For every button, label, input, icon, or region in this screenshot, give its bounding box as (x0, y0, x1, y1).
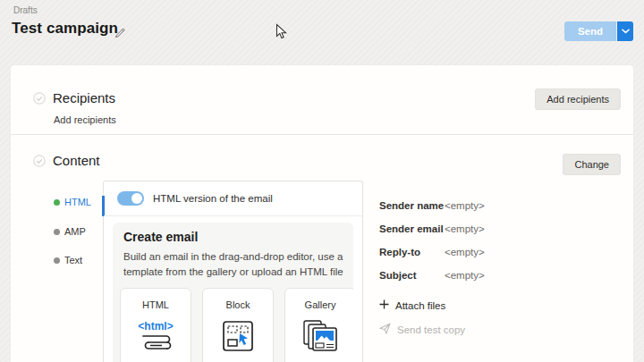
editor-card-block[interactable]: Block (202, 288, 274, 362)
tab-amp-status-dot-icon (54, 229, 60, 235)
add-recipients-button[interactable]: Add recipients (535, 88, 621, 110)
edit-title-pencil-icon[interactable] (114, 26, 126, 42)
editor-card-gallery-label: Gallery (285, 299, 353, 310)
create-email-description: Build an email in the drag-and-drop edit… (123, 249, 353, 279)
tab-html-label: HTML (64, 197, 91, 207)
field-row-reply-to: Reply-to <empty> (379, 240, 485, 264)
recipients-subtitle: Add recipients (54, 114, 116, 125)
tab-html[interactable]: HTML (54, 197, 91, 207)
field-row-sender-email: Sender email <empty> (379, 217, 485, 240)
subject-label: Subject (379, 270, 445, 281)
sender-email-label: Sender email (379, 223, 445, 234)
create-email-panel: Create email Build an email in the drag-… (113, 223, 353, 362)
html-version-toggle[interactable] (117, 191, 144, 206)
tab-html-status-dot-icon (54, 199, 60, 206)
create-email-heading: Create email (123, 230, 198, 244)
plus-icon (379, 299, 389, 311)
content-section-title: Content (53, 153, 100, 168)
campaign-setup-card: Recipients Add recipients Add recipients… (11, 65, 633, 362)
editor-type-cards: HTML <html> Block (120, 288, 353, 362)
block-builder-icon (203, 318, 273, 358)
svg-text:<html>: <html> (138, 320, 173, 333)
subject-value: <empty> (445, 270, 485, 281)
sender-email-value: <empty> (445, 223, 485, 234)
campaign-editor-page: Drafts Test campaign Send Recipients Add… (0, 0, 644, 362)
editor-card-html[interactable]: HTML <html> (120, 288, 191, 362)
field-row-subject: Subject <empty> (379, 264, 485, 287)
attach-files-label: Attach files (395, 300, 445, 311)
editor-card-html-label: HTML (121, 299, 191, 310)
attach-files-link[interactable]: Attach files (379, 299, 445, 311)
recipients-check-circle-icon (33, 92, 46, 108)
send-test-copy-label: Send test copy (397, 324, 465, 335)
paper-plane-icon (379, 323, 391, 336)
tab-text-status-dot-icon (54, 257, 60, 264)
template-gallery-icon (285, 318, 353, 358)
send-options-chevron-down-icon[interactable] (617, 21, 633, 41)
html-version-panel: HTML version of the email Create email B… (103, 181, 363, 362)
send-split-button: Send (564, 21, 633, 41)
html-scroll-icon: <html> (121, 318, 191, 359)
section-divider (11, 134, 633, 135)
sender-name-value: <empty> (445, 200, 485, 211)
tab-text-label: Text (64, 255, 82, 265)
content-check-circle-icon (33, 155, 46, 171)
page-title: Test campaign (12, 20, 118, 38)
sender-name-label: Sender name (379, 200, 445, 211)
breadcrumb[interactable]: Drafts (13, 5, 38, 15)
tab-text[interactable]: Text (54, 255, 82, 265)
recipients-section-title: Recipients (53, 90, 115, 105)
reply-to-value: <empty> (445, 247, 485, 257)
sender-summary-fields: Sender name <empty> Sender email <empty>… (379, 194, 485, 287)
reply-to-label: Reply-to (379, 247, 445, 257)
send-button[interactable]: Send (564, 21, 616, 41)
mouse-cursor-icon (275, 23, 287, 44)
send-test-copy-link[interactable]: Send test copy (379, 323, 465, 336)
editor-card-block-label: Block (203, 299, 273, 310)
html-version-toggle-row: HTML version of the email (104, 181, 362, 216)
tab-amp-label: AMP (64, 226, 86, 237)
change-content-button[interactable]: Change (563, 154, 621, 175)
field-row-sender-name: Sender name <empty> (379, 194, 485, 217)
tab-amp[interactable]: AMP (54, 226, 86, 237)
html-version-toggle-label: HTML version of the email (153, 193, 273, 204)
editor-card-gallery[interactable]: Gallery (284, 288, 353, 362)
